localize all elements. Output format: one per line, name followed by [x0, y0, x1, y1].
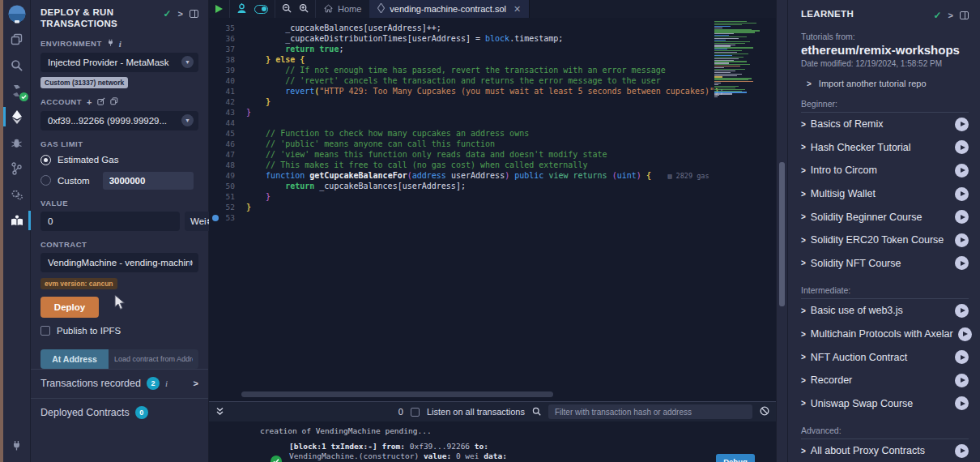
static-analysis-icon[interactable] [3, 156, 31, 181]
line-number[interactable]: 36 [209, 33, 246, 44]
line-number[interactable]: 47 [209, 149, 246, 160]
breakpoint-dot[interactable] [212, 215, 219, 221]
info-icon[interactable]: i [165, 379, 168, 388]
copy-icon[interactable] [110, 97, 118, 107]
panel-pin-icon[interactable] [190, 10, 198, 18]
line-number[interactable]: 38 [209, 54, 246, 65]
tutorial-item[interactable]: >All about Proxy Contracts [801, 439, 969, 462]
account-select[interactable]: 0xf39...92266 (9999.99929... ▼ [40, 111, 198, 130]
play-icon[interactable] [955, 444, 969, 458]
file-explorer-icon[interactable] [3, 27, 31, 51]
line-number[interactable]: 46 [209, 139, 246, 149]
learneth-icon[interactable] [3, 208, 31, 233]
contract-select[interactable]: VendingMachine - vending-machin ▲▼ [40, 253, 198, 272]
zoom-out-icon[interactable] [282, 3, 292, 15]
info-icon[interactable]: i [119, 39, 122, 49]
code-editor[interactable]: 35 _cupcakeBalances[userAddress]++;36 _c… [209, 18, 776, 401]
line-number[interactable]: 51 [209, 191, 246, 202]
search-icon[interactable] [3, 53, 31, 77]
transactions-recorded-label: Transactions recorded [40, 378, 141, 389]
close-icon[interactable]: ✕ [513, 4, 521, 15]
line-number[interactable]: 45 [209, 128, 246, 139]
play-icon[interactable] [958, 327, 972, 341]
line-number[interactable]: 52 [209, 202, 246, 212]
value-input[interactable] [40, 212, 180, 231]
line-number[interactable]: 40 [209, 75, 246, 86]
line-number[interactable]: 41 [209, 86, 246, 96]
line-number[interactable]: 42 [209, 96, 246, 107]
chevron-down-icon[interactable]: ⌄ [762, 456, 768, 462]
at-address-input[interactable] [109, 349, 198, 369]
play-icon[interactable] [955, 374, 969, 387]
play-icon[interactable] [955, 396, 969, 410]
chevron-right-icon[interactable]: > [194, 379, 198, 388]
line-number[interactable]: 44 [209, 118, 246, 128]
line-number[interactable]: 39 [209, 65, 246, 75]
line-number[interactable]: 43 [209, 107, 246, 118]
tutorial-item[interactable]: >Uniswap Swap Course [801, 392, 969, 416]
tutorial-item[interactable]: >Solidity Beginner Course [801, 205, 969, 229]
tutorial-item[interactable]: >Multichain Protocols with Axelar [801, 323, 969, 346]
at-address-button[interactable]: At Address [40, 349, 109, 369]
play-icon[interactable] [955, 140, 969, 154]
line-number[interactable]: 48 [209, 160, 246, 170]
tutorial-item[interactable]: >Intro to Circom [801, 159, 969, 182]
line-number[interactable]: 50 [209, 181, 246, 191]
copilot-toggle[interactable] [254, 5, 268, 14]
plug-icon[interactable] [107, 39, 114, 48]
expand-terminal-icon[interactable] [215, 404, 224, 419]
tutorial-item[interactable]: >Basic use of web3.js [801, 299, 969, 323]
edit-icon[interactable] [97, 97, 105, 107]
play-icon[interactable] [955, 210, 969, 224]
zoom-in-icon[interactable] [299, 3, 309, 15]
filter-input[interactable] [548, 404, 752, 419]
add-account-icon[interactable]: + [87, 97, 92, 107]
tab-contract-file[interactable]: vending-machine-contract.sol ✕ [369, 0, 530, 18]
panel-chevron-icon[interactable]: > [948, 11, 953, 20]
tutorial-item[interactable]: >Multisig Wallet [801, 182, 969, 206]
run-script-icon[interactable] [215, 5, 223, 13]
plugin-manager-icon[interactable] [3, 433, 31, 457]
environment-select[interactable]: Injected Provider - MetaMask ▼ [40, 53, 198, 72]
play-icon[interactable] [955, 164, 969, 178]
estimated-gas-radio[interactable] [40, 155, 51, 165]
deploy-button[interactable]: Deploy [40, 297, 99, 318]
play-icon[interactable] [955, 304, 969, 318]
play-icon[interactable] [955, 350, 969, 364]
publish-ipfs-checkbox[interactable] [40, 326, 50, 336]
horizontal-scrollbar[interactable] [241, 391, 553, 397]
line-number[interactable]: 49 [209, 170, 246, 181]
custom-gas-input[interactable] [103, 172, 194, 190]
minimap[interactable] [711, 19, 774, 99]
panel-pin-icon[interactable] [960, 11, 969, 19]
play-icon[interactable] [955, 187, 969, 201]
tutorial-item[interactable]: >Hash Checker Tutorial [801, 136, 969, 160]
custom-gas-radio[interactable] [40, 175, 51, 186]
play-icon[interactable] [955, 118, 969, 131]
settings-icon[interactable] [3, 182, 31, 207]
clear-console-icon[interactable] [760, 404, 769, 419]
deployed-contracts-row[interactable]: Deployed Contracts 0 [31, 398, 208, 427]
tutorial-item[interactable]: >Solidity ERC20 Token Course [801, 229, 969, 252]
tutorial-item[interactable]: >Basics of Remix [801, 113, 969, 136]
transaction-log-row[interactable]: [block:1 txIndex:-] from: 0xf39...92266 … [260, 442, 769, 462]
solidity-compiler-icon[interactable] [3, 79, 31, 103]
listen-checkbox[interactable] [411, 408, 420, 417]
panel-chevron-icon[interactable]: > [178, 9, 183, 19]
line-number[interactable]: 37 [209, 44, 246, 54]
debugger-icon[interactable] [3, 130, 31, 155]
scrollbar-thumb[interactable] [779, 162, 785, 306]
debug-button[interactable]: Debug [716, 454, 755, 462]
panel-scrollbar[interactable] [776, 0, 787, 462]
tutorial-item[interactable]: >NFT Auction Contract [801, 345, 969, 369]
tutorial-item[interactable]: >Solidity NFT Course [801, 252, 969, 276]
import-repo-row[interactable]: > Import another tutorial repo [801, 79, 969, 88]
tab-home[interactable]: Home [316, 0, 369, 18]
line-number[interactable]: 35 [209, 23, 246, 33]
transactions-recorded-row[interactable]: Transactions recorded 2 i > [31, 369, 208, 398]
tutorial-item[interactable]: >Recorder [801, 369, 969, 392]
deploy-run-icon[interactable] [3, 105, 31, 129]
remix-ai-icon[interactable] [236, 3, 247, 15]
play-icon[interactable] [955, 256, 969, 270]
play-icon[interactable] [955, 233, 969, 247]
